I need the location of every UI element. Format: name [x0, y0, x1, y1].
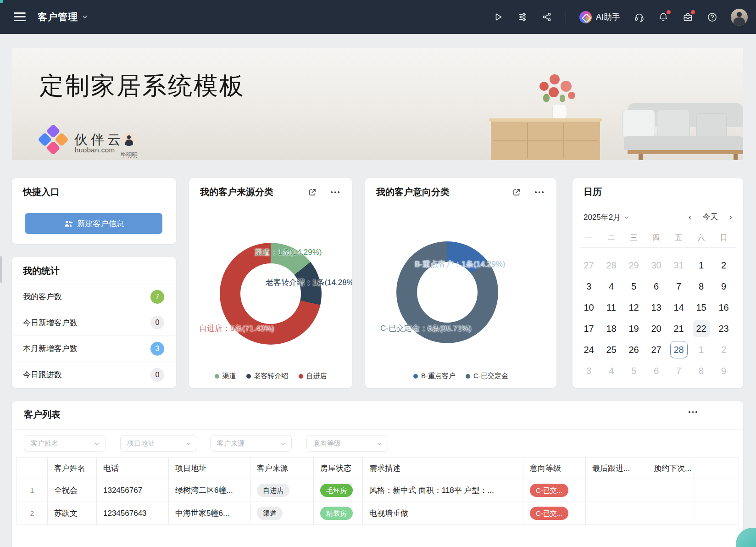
- calendar-day[interactable]: 28: [667, 339, 690, 360]
- notification-dot: [667, 10, 671, 14]
- calendar-day[interactable]: 8: [690, 360, 712, 381]
- legend-item[interactable]: 渠道: [215, 372, 236, 380]
- calendar-day-number: 25: [603, 341, 620, 358]
- calendar-day[interactable]: 9: [712, 276, 735, 297]
- legend-item[interactable]: 自进店: [299, 372, 327, 380]
- column-header-最后跟进...[interactable]: 最后跟进...: [586, 458, 647, 479]
- filter-意向等级[interactable]: 意向等级: [306, 435, 388, 452]
- column-header-客户姓名[interactable]: 客户姓名: [48, 458, 97, 479]
- calendar-day[interactable]: 3: [578, 276, 600, 297]
- calendar-day[interactable]: 1: [690, 255, 712, 276]
- calendar-day[interactable]: 26: [623, 339, 645, 360]
- filter-placeholder: 项目地址: [127, 439, 155, 448]
- calendar-day[interactable]: 31: [667, 255, 690, 276]
- calendar-day[interactable]: 20: [645, 318, 667, 339]
- app-switcher[interactable]: 客户管理: [38, 0, 88, 34]
- calendar-day[interactable]: 5: [623, 360, 645, 381]
- support-headset-icon[interactable]: [634, 11, 645, 22]
- legend-item[interactable]: 老客转介绍: [246, 372, 289, 380]
- workbox-icon[interactable]: [682, 11, 693, 22]
- open-external-icon[interactable]: [308, 188, 317, 197]
- calendar-day[interactable]: 6: [645, 276, 667, 297]
- calendar-day[interactable]: 14: [667, 297, 690, 318]
- column-header: [17, 458, 48, 479]
- calendar-day[interactable]: 8: [690, 276, 712, 297]
- calendar-day[interactable]: 4: [600, 276, 623, 297]
- cell-address: 绿树湾二区6幢...: [169, 479, 250, 502]
- table-header-row: 客户姓名电话项目地址客户来源房屋状态需求描述意向等级最后跟进...预约下次...: [17, 458, 739, 479]
- calendar-day[interactable]: 15: [690, 297, 712, 318]
- notifications-bell-icon[interactable]: [658, 11, 669, 22]
- calendar-day[interactable]: 4: [600, 360, 623, 381]
- run-play-icon[interactable]: [493, 11, 504, 22]
- calendar-day[interactable]: 6: [645, 360, 667, 381]
- cell-next_appointment: [647, 502, 694, 525]
- table-row[interactable]: 1全祝会132456767绿树湾二区6幢...自进店毛坯房风格：新中式 面积：1…: [17, 479, 739, 502]
- calendar-day[interactable]: 27: [578, 255, 600, 276]
- calendar-day[interactable]: 25: [600, 339, 623, 360]
- calendar-month-selector[interactable]: 2025年2月: [584, 212, 629, 223]
- calendar-day[interactable]: 7: [667, 276, 690, 297]
- calendar-day-number: 22: [693, 320, 710, 337]
- calendar-day[interactable]: 29: [623, 255, 645, 276]
- filter-客户姓名[interactable]: 客户姓名: [24, 435, 106, 452]
- calendar-prev-button[interactable]: ‹: [689, 211, 692, 222]
- filter-项目地址[interactable]: 项目地址: [120, 435, 197, 452]
- calendar-day[interactable]: 16: [712, 297, 735, 318]
- calendar-day[interactable]: 13: [645, 297, 667, 318]
- calendar-day[interactable]: 2: [712, 339, 735, 360]
- calendar-day[interactable]: 5: [623, 276, 645, 297]
- calendar-day[interactable]: 23: [712, 318, 735, 339]
- more-options-icon[interactable]: [331, 191, 339, 193]
- calendar-day[interactable]: 7: [667, 360, 690, 381]
- calendar-next-button[interactable]: ›: [729, 211, 732, 222]
- ai-assistant-button[interactable]: AI助手: [579, 11, 620, 23]
- calendar-day[interactable]: 18: [600, 318, 623, 339]
- share-icon[interactable]: [541, 11, 552, 22]
- filter-bar: 客户姓名项目地址客户来源意向等级: [12, 435, 743, 452]
- calendar-day[interactable]: 11: [600, 297, 623, 318]
- divider: [12, 429, 743, 430]
- column-header-客户来源[interactable]: 客户来源: [250, 458, 314, 479]
- calendar-day[interactable]: 22: [690, 318, 712, 339]
- calendar-day[interactable]: 10: [578, 297, 600, 318]
- column-header-房屋状态[interactable]: 房屋状态: [314, 458, 363, 479]
- calendar-day[interactable]: 2: [712, 255, 735, 276]
- legend-label: 渠道: [222, 372, 236, 380]
- calendar-day[interactable]: 1: [690, 339, 712, 360]
- legend-item[interactable]: B-重点客户: [413, 372, 456, 380]
- calendar-day[interactable]: 9: [712, 360, 735, 381]
- calendar-today-button[interactable]: 今天: [702, 212, 718, 222]
- calendar-day[interactable]: 19: [623, 318, 645, 339]
- column-header-需求描述[interactable]: 需求描述: [363, 458, 523, 479]
- filter-客户来源[interactable]: 客户来源: [210, 435, 292, 452]
- calendar-day[interactable]: 3: [578, 360, 600, 381]
- table-row[interactable]: 2苏跃文1234567643中海世家5幢6...渠道精装房电视墙重做C-已交..…: [17, 502, 739, 525]
- column-header-预约下次...[interactable]: 预约下次...: [647, 458, 694, 479]
- open-external-icon[interactable]: [512, 188, 521, 197]
- more-options-icon[interactable]: [535, 191, 544, 193]
- settings-sliders-icon[interactable]: [517, 11, 528, 22]
- new-customer-button[interactable]: 新建客户信息: [25, 213, 162, 234]
- legend-item[interactable]: C-已交定金: [466, 372, 508, 380]
- calendar-day[interactable]: 12: [623, 297, 645, 318]
- legend-dot-icon: [246, 374, 251, 379]
- column-header-项目地址[interactable]: 项目地址: [169, 458, 250, 479]
- calendar-day[interactable]: 28: [600, 255, 623, 276]
- calendar-day[interactable]: 21: [667, 318, 690, 339]
- quick-entry-card: 快捷入口 新建客户信息: [12, 178, 176, 244]
- user-avatar[interactable]: [731, 9, 748, 26]
- column-header-意向等级[interactable]: 意向等级: [523, 458, 586, 479]
- pie-label-0: B-重点客户：1条(14.29%): [415, 259, 505, 269]
- calendar-day[interactable]: 17: [578, 318, 600, 339]
- help-icon[interactable]: [706, 11, 717, 22]
- divider: [573, 205, 743, 205]
- calendar-day[interactable]: 27: [645, 339, 667, 360]
- cell-phone: 1234567643: [97, 502, 169, 525]
- hamburger-menu-icon[interactable]: [14, 12, 26, 22]
- calendar-day[interactable]: 30: [645, 255, 667, 276]
- column-header-电话[interactable]: 电话: [97, 458, 169, 479]
- calendar-day[interactable]: 24: [578, 339, 600, 360]
- page-scrollbar-thumb[interactable]: [0, 256, 2, 283]
- list-more-options-icon[interactable]: [689, 411, 697, 413]
